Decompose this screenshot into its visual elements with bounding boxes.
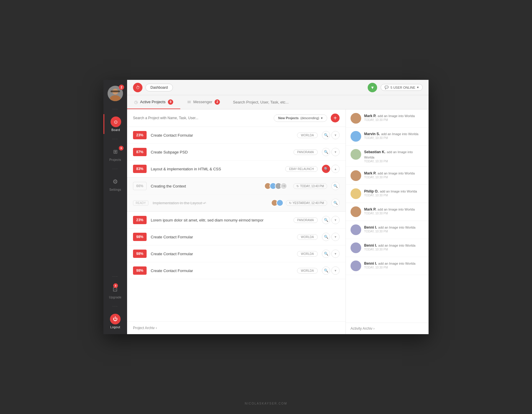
project-search-input[interactable] — [133, 116, 270, 120]
activity-avatar — [351, 149, 361, 160]
sidebar-item-logout[interactable]: ⏻ Logout — [109, 311, 121, 331]
activity-time: TODAY, 10:30 PM — [364, 136, 424, 140]
list-item: Sebastian K. add an Image into Worlda TO… — [346, 145, 429, 167]
activity-name: Sebastian K. — [364, 150, 385, 154]
project-name: Creating the Context — [151, 184, 260, 188]
activity-list: Mark P. add an Image into Worlda TODAY, … — [346, 109, 429, 323]
activity-name: Mark P. — [364, 171, 376, 175]
activity-desc: add an Image into Worlda — [378, 226, 416, 229]
project-list: 23% Create Contact Formular WORLDA 🔍 ▾ 8… — [127, 127, 346, 321]
project-name: Layout & implementation in HTML & CSS — [151, 167, 281, 171]
ready-badge: READY — [133, 200, 148, 206]
refresh-icon: ↻ — [296, 185, 299, 188]
table-row: 98% Create Contact Formular WORLDA 🔍 ▾ — [127, 262, 346, 279]
activity-desc: add an Image into Worlda — [378, 172, 415, 175]
add-project-button[interactable]: + — [331, 114, 340, 122]
tab-messenger-label: Messenger — [193, 100, 212, 104]
chevron-down-button[interactable]: ▾ — [331, 148, 340, 156]
activity-time: TODAY, 10:30 PM — [364, 212, 424, 215]
tabs-bar: ◷ Active Projects 9 ✉ Messenger 2 — [127, 95, 429, 109]
table-row: 83% Layout & implementation in HTML & CS… — [127, 161, 346, 177]
sidebar-item-settings-label: Settings — [109, 188, 121, 191]
sort-dropdown[interactable]: New Projects (descending) ▾ — [274, 114, 327, 122]
user-dropdown-button[interactable]: ▼ — [368, 83, 377, 92]
time-label: TODAY, 13:40 PM — [300, 185, 324, 188]
tab-active-projects[interactable]: ◷ Active Projects 9 — [127, 95, 180, 109]
list-item: Mark P. add an Image into Worlda TODAY, … — [346, 203, 429, 221]
chevron-up-button[interactable]: ▴ — [331, 165, 340, 173]
search-project-button[interactable]: 🔍 — [322, 165, 330, 173]
search-project-button[interactable]: 🔍 — [322, 216, 330, 224]
chevron-down-button[interactable]: ▾ — [331, 131, 340, 139]
activity-time: TODAY, 10:30 PM — [364, 230, 424, 233]
activity-archiv-link[interactable]: Activity Archiv › — [346, 323, 429, 334]
avatar-wrap[interactable]: 2 — [108, 86, 123, 101]
send-icon: ✉ — [187, 100, 191, 104]
percent-badge: 66% — [133, 182, 147, 190]
avatar-stack — [271, 199, 282, 206]
list-item: Benni I. add an Image into Worlda TODAY,… — [346, 257, 429, 275]
activity-time: TODAY, 10:30 PM — [364, 266, 424, 269]
project-actions: 🔍 ▾ — [322, 216, 340, 224]
percent-badge: 23% — [133, 131, 147, 139]
online-users-button[interactable]: 💬 5 USER ONLINE ▾ — [381, 84, 423, 91]
dashboard-button[interactable]: Dashboard — [145, 84, 173, 91]
sidebar-item-upgrade[interactable]: ⊡ Upgrade 3 — [109, 282, 121, 301]
search-project-button[interactable]: 🔍 — [322, 148, 330, 156]
chat-icon: 💬 — [385, 85, 389, 89]
activity-time: TODAY, 10:30 PM — [364, 118, 424, 122]
sidebar-item-projects[interactable]: ⊞ Projects 9 — [103, 144, 127, 164]
list-item: Benni I. add an Image into Worlda TODAY,… — [346, 221, 429, 239]
activity-name: Marvin S. — [364, 132, 380, 136]
project-name: Create Contact Formular — [151, 252, 293, 256]
upgrade-badge: 3 — [113, 283, 118, 288]
list-item: Marvin S. add an Image into Worlda TODAY… — [346, 127, 429, 145]
table-row: 23% Lorem ipsum dolor sit amet, elitr, s… — [127, 211, 346, 229]
project-list-panel: New Projects (descending) ▾ + 23% Create… — [127, 109, 346, 334]
sidebar-item-board[interactable]: ⊙ Board — [103, 114, 127, 134]
project-list-header: New Projects (descending) ▾ + — [127, 109, 346, 127]
percent-badge: 98% — [133, 233, 147, 241]
activity-desc: add an Image into Worlda — [381, 132, 419, 136]
sidebar: 2 ··· ⊙ Board ··· ⊞ Projects 9 ··· ⚙ Set… — [103, 80, 127, 334]
sidebar-item-logout-label: Logout — [110, 326, 120, 329]
project-tag: WORLDA — [297, 234, 318, 240]
activity-name: Mark P. — [364, 207, 376, 211]
table-row: 98% Create Contact Formular WORLDA 🔍 ▾ — [127, 229, 346, 245]
topbar-logo: ⏱ — [133, 83, 142, 92]
search-task-button[interactable]: 🔍 — [331, 199, 340, 207]
search-project-button[interactable]: 🔍 — [322, 250, 330, 258]
chevron-down-button[interactable]: ▾ — [331, 250, 340, 258]
activity-time: TODAY, 10:30 PM — [364, 194, 424, 197]
activity-text: Benni I. add an Image into Worlda TODAY,… — [364, 242, 424, 251]
tab-search — [227, 95, 429, 109]
sidebar-item-settings[interactable]: ⚙ Settings — [103, 174, 127, 194]
project-actions: 🔍 — [331, 199, 340, 207]
chevron-down-button[interactable]: ▾ — [331, 216, 340, 224]
sort-label: New Projects — [278, 116, 299, 120]
chevron-down-button[interactable]: ▾ — [331, 266, 340, 275]
activity-panel: Mark P. add an Image into Worlda TODAY, … — [346, 109, 429, 334]
search-project-button[interactable]: 🔍 — [322, 131, 330, 139]
time-label: YESTARDAY, 12:40 PM — [293, 201, 324, 205]
activity-text: Philip O. add an Image into Worlda TODAY… — [364, 188, 424, 197]
search-task-button[interactable]: 🔍 — [331, 182, 340, 190]
activity-avatar — [351, 170, 361, 181]
activity-time: TODAY, 10:30 PM — [364, 176, 424, 179]
project-actions: 🔍 ▾ — [322, 131, 340, 139]
global-search-input[interactable] — [233, 100, 423, 104]
activity-name: Benni I. — [364, 243, 377, 248]
percent-badge: 83% — [133, 165, 147, 173]
project-actions: 🔍 ▴ — [322, 165, 340, 173]
activity-text: Marvin S. add an Image into Worlda TODAY… — [364, 131, 424, 140]
project-archiv-link[interactable]: Project Archiv › — [127, 321, 346, 334]
board-icon: ⊙ — [111, 117, 121, 127]
search-project-button[interactable]: 🔍 — [322, 233, 330, 241]
chevron-down-button[interactable]: ▾ — [331, 233, 340, 241]
activity-name: Benni I. — [364, 225, 377, 229]
tab-messenger[interactable]: ✉ Messenger 2 — [180, 95, 227, 109]
list-item: Philip O. add an Image into Worlda TODAY… — [346, 185, 429, 203]
activity-avatar — [351, 206, 361, 217]
search-project-button[interactable]: 🔍 — [322, 266, 330, 275]
project-tag: WORLDA — [297, 132, 318, 138]
